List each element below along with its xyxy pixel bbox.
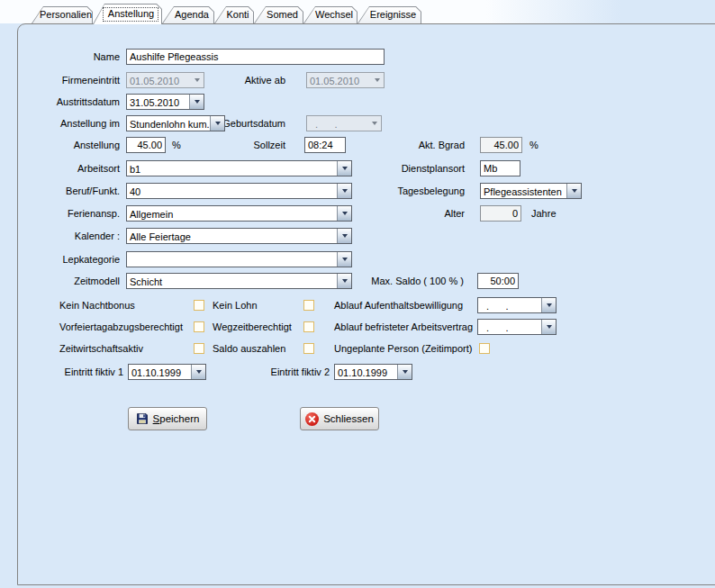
ferienansp-value: Allgemein	[127, 206, 337, 221]
vorfeiertagabzugsberechtigt-checkbox[interactable]	[194, 321, 204, 332]
saldo-auszahlen-checkbox[interactable]	[303, 343, 314, 354]
tab-anstellung[interactable]: Anstellung	[93, 4, 162, 24]
schliessen-button-label: Schliessen	[323, 413, 374, 424]
tab-label: Ereignisse	[367, 6, 420, 23]
tab-label: Somed	[263, 6, 302, 23]
arbeitsort-combobox[interactable]: b1	[126, 160, 352, 176]
anstellung-im-value: Stundenlohn kum.	[127, 116, 210, 131]
ungeplante-person-label: Ungeplante Person (Zeitimport)	[334, 340, 476, 357]
austrittsdatum-value: 31.05.2010	[127, 95, 189, 109]
ferienansp-combobox[interactable]: Allgemein	[126, 205, 352, 222]
chevron-down-icon[interactable]	[210, 116, 224, 131]
aktive-ab-datepicker: 01.05.2010	[306, 72, 385, 88]
alter-unit: Jahre	[531, 205, 557, 222]
tab-label: Agenda	[171, 6, 213, 23]
chevron-down-icon[interactable]	[541, 298, 556, 312]
anstellung-unit: %	[172, 137, 181, 153]
firmeneintritt-value: 01.05.2010	[127, 73, 190, 87]
arbeitsort-label: Arbeitsort	[18, 160, 120, 176]
eintritt-fiktiv-1-datepicker[interactable]: 01.10.1999	[128, 364, 206, 380]
tab-somed[interactable]: Somed	[254, 6, 303, 23]
chevron-down-icon	[370, 73, 384, 87]
chevron-down-icon[interactable]	[189, 95, 204, 109]
max-saldo-input[interactable]	[477, 273, 519, 289]
kein-nachtbonus-checkbox[interactable]	[194, 300, 204, 311]
ferienansp-label: Ferienansp.	[18, 205, 120, 222]
kalender-value: Alle Feiertage	[127, 229, 337, 243]
kalender-combobox[interactable]: Alle Feiertage	[126, 228, 352, 244]
tab-wechsel[interactable]: Wechsel	[303, 6, 358, 23]
beruf-funkt-label: Beruf/Funkt.	[18, 183, 120, 199]
chevron-down-icon	[190, 73, 204, 87]
lepkategorie-value	[127, 252, 337, 267]
tab-konti[interactable]: Konti	[214, 6, 254, 23]
ablauf-aufenthaltsbewilligung-value: . .	[478, 298, 541, 312]
chevron-down-icon[interactable]	[191, 365, 205, 379]
eintritt-fiktiv-2-datepicker[interactable]: 01.10.1999	[334, 364, 412, 380]
alter-input	[480, 205, 521, 222]
wegzeitberechtigt-checkbox[interactable]	[303, 321, 314, 332]
chevron-down-icon[interactable]	[337, 229, 351, 243]
wegzeitberechtigt-label: Wegzeitberechtigt	[213, 319, 302, 335]
chevron-down-icon[interactable]	[337, 184, 351, 198]
austrittsdatum-datepicker[interactable]: 31.05.2010	[126, 94, 204, 110]
chevron-down-icon	[367, 116, 381, 131]
sollzeit-label: Sollzeit	[193, 137, 285, 153]
anstellung-window: Personalien Anstellung Agenda Konti Some…	[0, 0, 715, 588]
zeitwirtschaftsaktiv-checkbox[interactable]	[194, 343, 204, 354]
schliessen-button[interactable]: Schliessen	[300, 407, 379, 430]
chevron-down-icon[interactable]	[397, 365, 412, 379]
zeitmodell-value: Schicht	[127, 274, 337, 288]
speichern-button-label: Speichern	[153, 413, 200, 424]
sollzeit-input[interactable]	[304, 137, 346, 153]
ungeplante-person-checkbox[interactable]	[479, 343, 490, 354]
tab-personalien[interactable]: Personalien	[32, 6, 93, 23]
chevron-down-icon[interactable]	[337, 206, 351, 221]
kalender-label: Kalender :	[18, 228, 120, 244]
ablauf-arbeitsvertrag-datepicker[interactable]: . .	[477, 319, 557, 335]
akt-bgrad-input	[480, 137, 522, 153]
aktive-ab-value: 01.05.2010	[307, 73, 370, 87]
tab-label: Anstellung	[102, 4, 160, 24]
zeitwirtschaftsaktiv-label: Zeitwirtschaftsaktiv	[59, 340, 193, 357]
dienstplansort-label: Dienstplansort	[378, 160, 465, 176]
tagesbelegung-value: Pflegeassistenten	[481, 184, 566, 198]
name-input[interactable]	[126, 49, 385, 65]
chevron-down-icon[interactable]	[541, 320, 556, 334]
ablauf-arbeitsvertrag-value: . .	[478, 320, 541, 334]
floppy-disk-icon	[136, 412, 149, 425]
kein-lohn-checkbox[interactable]	[303, 300, 314, 311]
kein-nachtbonus-label: Kein Nachtbonus	[59, 297, 193, 313]
chevron-down-icon[interactable]	[566, 184, 581, 198]
anstellung-input[interactable]	[126, 137, 166, 153]
speichern-button[interactable]: Speichern	[128, 407, 207, 430]
vorfeiertagabzugsberechtigt-label: Vorfeiertagabzugsberechtigt	[59, 319, 193, 335]
chevron-down-icon[interactable]	[337, 161, 351, 176]
anstellung-label: Anstellung	[18, 137, 120, 153]
akt-bgrad-label: Akt. Bgrad	[378, 137, 465, 153]
tab-label: Personalien	[41, 6, 91, 23]
zeitmodell-label: Zeitmodell	[18, 273, 120, 289]
dienstplansort-input[interactable]	[480, 160, 520, 176]
lepkategorie-combobox[interactable]	[126, 251, 352, 267]
zeitmodell-combobox[interactable]: Schicht	[126, 273, 352, 289]
beruf-funkt-combobox[interactable]: 40	[126, 183, 352, 199]
tab-agenda[interactable]: Agenda	[162, 6, 214, 23]
tab-ereignisse[interactable]: Ereignisse	[358, 6, 421, 23]
ablauf-aufenthaltsbewilligung-datepicker[interactable]: . .	[477, 297, 557, 313]
tab-label: Konti	[223, 6, 252, 23]
kein-lohn-label: Kein Lohn	[213, 297, 302, 313]
beruf-funkt-value: 40	[127, 184, 337, 198]
tagesbelegung-label: Tagesbelegung	[378, 183, 465, 199]
chevron-down-icon[interactable]	[337, 252, 351, 267]
chevron-down-icon[interactable]	[337, 274, 351, 288]
max-saldo-label: Max. Saldo ( 100 % )	[360, 273, 464, 289]
tagesbelegung-combobox[interactable]: Pflegeassistenten	[480, 183, 582, 199]
name-label: Name	[18, 49, 120, 65]
akt-bgrad-unit: %	[529, 137, 539, 153]
lepkategorie-label: Lepkategorie	[18, 251, 120, 267]
geburtsdatum-value: . .	[307, 116, 367, 131]
anstellung-im-combobox[interactable]: Stundenlohn kum.	[126, 115, 225, 131]
anstellung-im-label: Anstellung im	[18, 115, 120, 131]
eintritt-fiktiv-1-value: 01.10.1999	[129, 365, 191, 379]
